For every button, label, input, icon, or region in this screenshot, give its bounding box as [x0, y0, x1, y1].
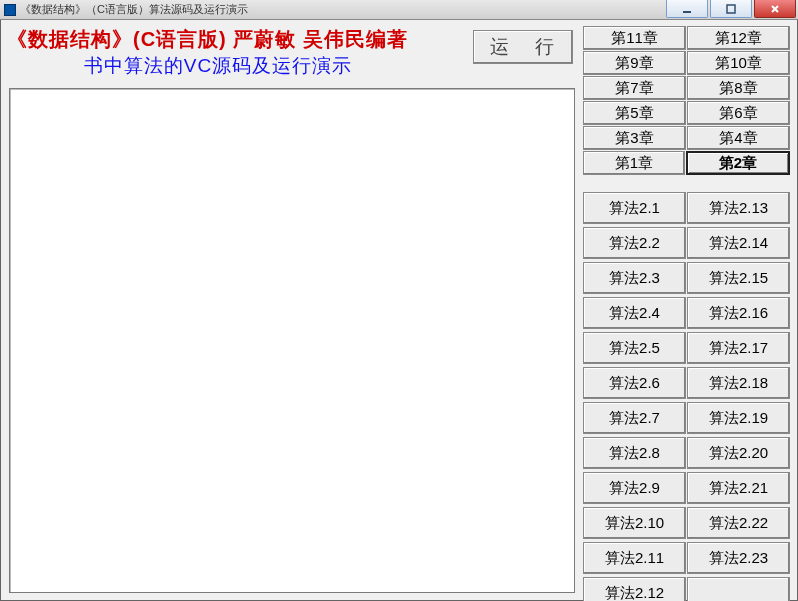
algorithm-button[interactable]: 算法2.9 [583, 472, 686, 504]
algorithm-button[interactable]: 算法2.13 [687, 192, 790, 224]
algorithm-button[interactable]: 算法2.23 [687, 542, 790, 574]
algorithm-button[interactable]: 算法2.1 [583, 192, 686, 224]
algorithm-button[interactable]: 算法2.15 [687, 262, 790, 294]
algorithm-button[interactable]: 算法2.3 [583, 262, 686, 294]
algorithm-button[interactable]: 算法2.4 [583, 297, 686, 329]
chapter-button[interactable]: 第6章 [687, 101, 790, 125]
minimize-icon [681, 3, 693, 15]
algorithm-grid: 算法2.1算法2.13算法2.2算法2.14算法2.3算法2.15算法2.4算法… [583, 192, 791, 601]
algorithm-button-empty [687, 577, 790, 601]
chapter-button[interactable]: 第2章 [686, 151, 790, 175]
algorithm-button[interactable]: 算法2.19 [687, 402, 790, 434]
chapter-button[interactable]: 第5章 [583, 101, 686, 125]
algorithm-button[interactable]: 算法2.11 [583, 542, 686, 574]
algorithm-button[interactable]: 算法2.14 [687, 227, 790, 259]
app-icon [4, 4, 16, 16]
title-line-2: 书中算法的VC源码及运行演示 [7, 53, 469, 79]
chapter-button[interactable]: 第4章 [687, 126, 790, 150]
algorithm-button[interactable]: 算法2.8 [583, 437, 686, 469]
svg-rect-1 [727, 5, 735, 13]
algorithm-button[interactable]: 算法2.10 [583, 507, 686, 539]
chapter-button[interactable]: 第10章 [687, 51, 790, 75]
algorithm-button[interactable]: 算法2.2 [583, 227, 686, 259]
run-button[interactable]: 运 行 [473, 30, 573, 64]
algorithm-button[interactable]: 算法2.18 [687, 367, 790, 399]
close-button[interactable] [754, 0, 796, 18]
chapter-button[interactable]: 第3章 [583, 126, 686, 150]
chapter-grid: 第11章第12章第9章第10章第7章第8章第5章第6章第3章第4章第1章第2章 [583, 26, 791, 176]
chapter-button[interactable]: 第7章 [583, 76, 686, 100]
close-icon [769, 3, 781, 15]
window-title: 《数据结构》（C语言版）算法源码及运行演示 [20, 2, 248, 17]
algorithm-button[interactable]: 算法2.16 [687, 297, 790, 329]
chapter-button[interactable]: 第11章 [583, 26, 686, 50]
algorithm-button[interactable]: 算法2.17 [687, 332, 790, 364]
chapter-button[interactable]: 第1章 [583, 151, 685, 175]
chapter-button[interactable]: 第12章 [687, 26, 790, 50]
algorithm-button[interactable]: 算法2.20 [687, 437, 790, 469]
maximize-button[interactable] [710, 0, 752, 18]
algorithm-button[interactable]: 算法2.21 [687, 472, 790, 504]
right-column: 第11章第12章第9章第10章第7章第8章第5章第6章第3章第4章第1章第2章 … [583, 26, 791, 601]
titlebar: 《数据结构》（C语言版）算法源码及运行演示 [0, 0, 798, 20]
algorithm-button[interactable]: 算法2.22 [687, 507, 790, 539]
algorithm-button[interactable]: 算法2.5 [583, 332, 686, 364]
client-area: 《数据结构》(C语言版) 严蔚敏 吴伟民编著 书中算法的VC源码及运行演示 运 … [0, 20, 798, 601]
algorithm-button[interactable]: 算法2.6 [583, 367, 686, 399]
title-line-1: 《数据结构》(C语言版) 严蔚敏 吴伟民编著 [7, 26, 469, 53]
header-text: 《数据结构》(C语言版) 严蔚敏 吴伟民编著 书中算法的VC源码及运行演示 [7, 24, 469, 79]
algorithm-button[interactable]: 算法2.12 [583, 577, 686, 601]
maximize-icon [725, 3, 737, 15]
chapter-button[interactable]: 第8章 [687, 76, 790, 100]
output-memo[interactable] [9, 88, 575, 593]
minimize-button[interactable] [666, 0, 708, 18]
chapter-button[interactable]: 第9章 [583, 51, 686, 75]
algorithm-button[interactable]: 算法2.7 [583, 402, 686, 434]
window-caption-buttons [664, 0, 796, 18]
